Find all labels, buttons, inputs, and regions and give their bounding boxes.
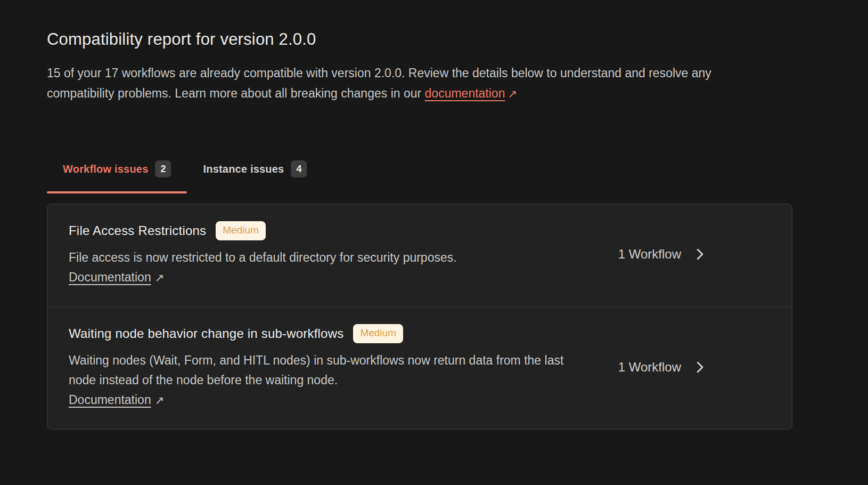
issue-title-line: File Access Restrictions Medium [69,221,618,240]
issue-row-waiting-node-behavior[interactable]: Waiting node behavior change in sub-work… [47,307,792,429]
external-link-arrow-icon: ↗ [155,394,165,406]
issue-title-line: Waiting node behavior change in sub-work… [69,324,618,343]
issue-documentation-link[interactable]: Documentation [69,393,151,407]
issues-card: File Access Restrictions Medium File acc… [47,204,792,430]
documentation-link-label: documentation [425,86,505,100]
external-link-arrow-icon: ↗ [507,87,517,100]
affected-workflow-count: 1 Workflow [618,360,681,375]
severity-badge: Medium [353,324,403,343]
tab-bar: Workflow issues 2 Instance issues 4 [47,156,821,193]
issue-affected-group: 1 Workflow [618,359,708,375]
tab-workflow-issues[interactable]: Workflow issues 2 [47,156,187,193]
tab-instance-issues[interactable]: Instance issues 4 [187,156,323,193]
issue-title: File Access Restrictions [69,223,206,238]
severity-badge: Medium [216,221,266,240]
affected-workflow-count: 1 Workflow [618,247,681,262]
issue-description: File access is now restricted to a defau… [69,248,580,268]
issue-doc-line: Documentation↗ [69,268,618,287]
chevron-right-icon [692,359,708,375]
intro-text-body: 15 of your 17 workflows are already comp… [47,66,711,100]
issue-row-file-access-restrictions[interactable]: File Access Restrictions Medium File acc… [47,204,792,306]
tab-instance-issues-label: Instance issues [203,163,284,175]
issue-documentation-link[interactable]: Documentation [69,270,151,284]
workflow-issues-count-badge: 2 [155,160,171,177]
tab-workflow-issues-label: Workflow issues [63,163,148,175]
issue-title: Waiting node behavior change in sub-work… [69,326,343,341]
documentation-link[interactable]: documentation↗ [425,86,518,100]
intro-text: 15 of your 17 workflows are already comp… [47,63,766,104]
issue-affected-group: 1 Workflow [618,246,708,262]
instance-issues-count-badge: 4 [291,160,307,177]
page-title: Compatibility report for version 2.0.0 [47,30,821,49]
external-link-arrow-icon: ↗ [155,271,165,284]
report-content: Compatibility report for version 2.0.0 1… [0,0,868,430]
chevron-right-icon [692,246,708,262]
issue-main: File Access Restrictions Medium File acc… [69,221,618,287]
issue-description: Waiting nodes (Wait, Form, and HITL node… [69,351,580,390]
compatibility-report-page: Compatibility report for version 2.0.0 1… [0,0,868,485]
issue-doc-line: Documentation↗ [69,390,618,410]
issue-main: Waiting node behavior change in sub-work… [69,324,618,410]
